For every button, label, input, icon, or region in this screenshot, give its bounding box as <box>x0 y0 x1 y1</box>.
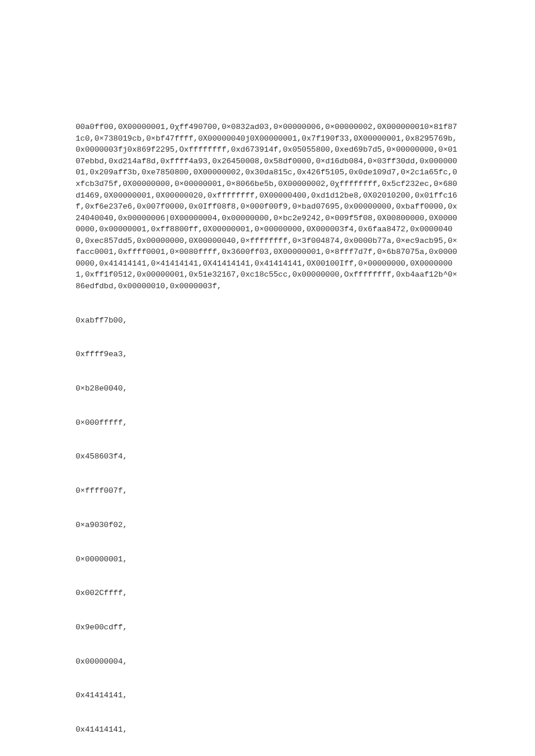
hex-line: 0×00000001, <box>76 554 459 565</box>
hex-block: 00a0ff00,0X00000001,0χff490700,0×0832ad0… <box>76 121 459 292</box>
document-page: 00a0ff00,0X00000001,0χff490700,0×0832ad0… <box>0 0 535 756</box>
hex-line: 0×b28e0040, <box>76 383 459 395</box>
hex-line: 0×a9030f02, <box>76 519 459 531</box>
hex-line: 0x41414141, <box>76 690 459 701</box>
hex-line: 0×000fffff, <box>76 417 459 429</box>
hex-line: 0x41414141, <box>76 724 459 736</box>
hex-line: 0×ffff007f, <box>76 485 459 497</box>
hex-line: 0x002Cffff, <box>76 587 459 599</box>
hex-line: 0xabff7b00, <box>76 315 459 327</box>
hex-line: 0x00000004, <box>76 656 459 668</box>
hex-line: 0x458603f4, <box>76 451 459 463</box>
hex-line: 0xffff9ea3, <box>76 349 459 360</box>
code-block: 00a0ff00,0X00000001,0χff490700,0×0832ad0… <box>76 99 459 756</box>
hex-line: 0x9e00cdff, <box>76 622 459 633</box>
